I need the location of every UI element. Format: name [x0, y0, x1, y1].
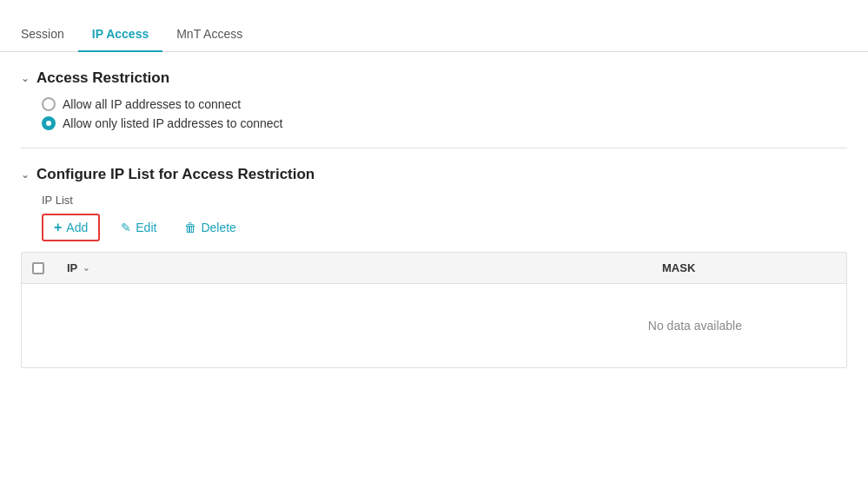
table-header-row: IP ⌄ MASK [22, 253, 846, 284]
radio-label-allow-all: Allow all IP addresses to connect [63, 97, 241, 111]
access-restriction-chevron-icon[interactable]: ⌄ [21, 72, 30, 84]
add-button-label: Add [66, 221, 88, 234]
header-mask-col: MASK [662, 261, 836, 274]
radio-allow-listed[interactable]: Allow only listed IP addresses to connec… [42, 116, 847, 130]
ip-sort-icon[interactable]: ⌄ [83, 263, 89, 273]
plus-icon: + [54, 220, 62, 235]
radio-allow-all[interactable]: Allow all IP addresses to connect [42, 97, 847, 111]
edit-button[interactable]: ✎ Edit [114, 217, 163, 238]
trash-icon: 🗑 [184, 221, 196, 234]
header-ip-col: IP ⌄ [67, 261, 662, 274]
delete-button[interactable]: 🗑 Delete [177, 217, 242, 238]
ip-list-chevron-icon[interactable]: ⌄ [21, 168, 30, 181]
tab-session[interactable]: Session [17, 27, 78, 51]
section-divider [21, 148, 847, 148]
access-restriction-header: ⌄ Access Restriction [21, 69, 847, 87]
delete-button-label: Delete [201, 221, 235, 234]
add-button[interactable]: + Add [42, 214, 100, 241]
header-ip-label: IP [67, 261, 77, 274]
access-restriction-radio-group: Allow all IP addresses to connect Allow … [21, 97, 847, 130]
ip-list-section-header: ⌄ Configure IP List for Access Restricti… [21, 166, 847, 183]
radio-circle-allow-all [42, 97, 56, 111]
radio-label-allow-listed: Allow only listed IP addresses to connec… [63, 116, 282, 130]
radio-circle-allow-listed [42, 116, 56, 130]
pencil-icon: ✎ [121, 221, 131, 234]
access-restriction-title: Access Restriction [36, 69, 169, 87]
ip-list-section: ⌄ Configure IP List for Access Restricti… [21, 166, 847, 368]
tab-ip-access[interactable]: IP Access [78, 27, 162, 51]
ip-table: IP ⌄ MASK No data available [21, 252, 847, 368]
edit-button-label: Edit [136, 221, 156, 234]
tabs-bar: Session IP Access MnT Access [0, 0, 868, 52]
ip-list-section-title: Configure IP List for Access Restriction [36, 166, 315, 183]
main-content: ⌄ Access Restriction Allow all IP addres… [0, 52, 868, 399]
header-mask-label: MASK [662, 261, 695, 274]
empty-state-message: No data available [22, 284, 846, 367]
tab-mnt-access[interactable]: MnT Access [162, 27, 256, 51]
header-checkbox[interactable] [32, 262, 44, 274]
ip-list-label: IP List [21, 194, 847, 207]
ip-list-toolbar: + Add ✎ Edit 🗑 Delete [21, 214, 847, 241]
header-checkbox-col [32, 262, 67, 274]
access-restriction-section: ⌄ Access Restriction Allow all IP addres… [21, 69, 847, 130]
